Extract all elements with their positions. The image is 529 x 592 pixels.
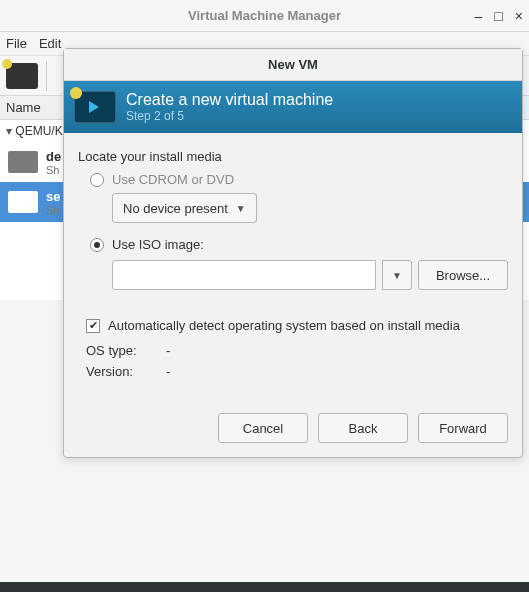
iso-history-dropdown[interactable]: ▼ [382, 260, 412, 290]
monitor-icon [8, 191, 38, 213]
minimize-icon[interactable]: – [475, 8, 483, 24]
autodetect-label: Automatically detect operating system ba… [108, 318, 460, 333]
chevron-down-icon: ▼ [236, 203, 246, 214]
vm-header-icon [74, 91, 116, 123]
dialog-header: Create a new virtual machine Step 2 of 5 [64, 81, 522, 133]
main-titlebar: Virtual Machine Manager – □ × [0, 0, 529, 32]
os-type-label: OS type: [86, 343, 156, 358]
dialog-step: Step 2 of 5 [126, 109, 333, 123]
vm-state: Sh [46, 164, 61, 176]
monitor-icon [8, 151, 38, 173]
tree-header-name: Name [6, 100, 41, 115]
new-vm-dialog: New VM Create a new virtual machine Step… [63, 48, 523, 458]
radio-iso[interactable] [90, 238, 104, 252]
radio-cdrom[interactable] [90, 173, 104, 187]
dialog-title: New VM [268, 57, 318, 72]
maximize-icon[interactable]: □ [494, 8, 502, 24]
cancel-button[interactable]: Cancel [218, 413, 308, 443]
close-icon[interactable]: × [515, 8, 523, 24]
toolbar-separator [46, 61, 47, 91]
window-title: Virtual Machine Manager [188, 8, 341, 23]
radio-cdrom-label: Use CDROM or DVD [112, 172, 234, 187]
bottom-bar [0, 582, 529, 592]
new-vm-toolbar-icon[interactable] [6, 63, 38, 89]
os-type-value: - [166, 343, 186, 358]
cdrom-device-combo[interactable]: No device present ▼ [112, 193, 257, 223]
dialog-header-title: Create a new virtual machine [126, 91, 333, 109]
version-value: - [166, 364, 186, 379]
dialog-titlebar: New VM [64, 49, 522, 81]
back-button[interactable]: Back [318, 413, 408, 443]
vm-name: se [46, 189, 60, 204]
vm-name: de [46, 149, 61, 164]
autodetect-checkbox[interactable]: ✔ [86, 319, 100, 333]
cdrom-combo-value: No device present [123, 201, 228, 216]
menu-file[interactable]: File [6, 36, 27, 51]
radio-iso-label: Use ISO image: [112, 237, 204, 252]
menu-edit[interactable]: Edit [39, 36, 61, 51]
browse-button[interactable]: Browse... [418, 260, 508, 290]
version-label: Version: [86, 364, 156, 379]
vm-state: Sh [46, 204, 60, 216]
chevron-down-icon: ▼ [392, 270, 402, 281]
forward-button[interactable]: Forward [418, 413, 508, 443]
locate-media-label: Locate your install media [78, 149, 508, 164]
iso-path-input[interactable] [112, 260, 376, 290]
